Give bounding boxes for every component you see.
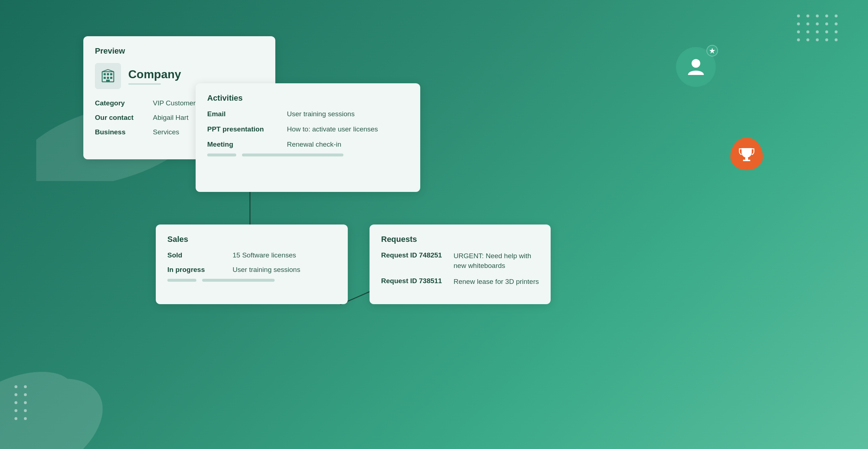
svg-rect-13	[106, 80, 110, 82]
svg-rect-18	[745, 158, 748, 160]
ppt-label: PPT presentation	[207, 125, 287, 133]
business-label: Business	[95, 128, 153, 136]
email-value: User training sessions	[287, 110, 409, 118]
swirl-decoration-left	[0, 304, 127, 449]
activities-grid: Email User training sessions PPT present…	[207, 110, 409, 148]
svg-point-16	[692, 59, 700, 68]
preview-card-title: Preview	[95, 46, 264, 56]
avatar-container	[676, 47, 716, 87]
star-icon	[709, 47, 715, 54]
category-label: Category	[95, 99, 153, 107]
sales-card-title: Sales	[167, 235, 336, 244]
request-id-1-value: URGENT: Need help with new whiteboards	[454, 251, 539, 270]
meeting-label: Meeting	[207, 140, 287, 148]
requests-card-title: Requests	[381, 235, 539, 244]
star-badge	[706, 45, 718, 56]
request-id-1-label: Request ID 748251	[381, 251, 454, 259]
svg-rect-9	[110, 73, 112, 75]
svg-rect-8	[107, 73, 109, 75]
dots-top-right	[797, 14, 839, 41]
activities-placeholder-bars	[207, 154, 409, 156]
sales-grid: Sold 15 Software licenses In progress Us…	[167, 251, 336, 274]
in-progress-label: In progress	[167, 266, 233, 274]
building-icon	[101, 69, 115, 83]
request-id-2-label: Request ID 738511	[381, 277, 454, 285]
main-scene: Preview Company	[0, 0, 868, 449]
person-icon	[685, 56, 707, 78]
company-name: Company	[128, 68, 181, 81]
request-id-2-value: Renew lease for 3D printers	[454, 277, 539, 287]
requests-card: Requests Request ID 748251 URGENT: Need …	[370, 224, 551, 304]
company-name-group: Company	[128, 68, 181, 85]
sales-bar-2	[202, 279, 275, 282]
contact-label: Our contact	[95, 114, 153, 122]
email-label: Email	[207, 110, 287, 118]
company-icon	[95, 63, 121, 89]
sold-label: Sold	[167, 251, 233, 259]
svg-marker-17	[709, 48, 715, 54]
trophy-icon	[738, 145, 755, 163]
svg-rect-10	[104, 77, 106, 79]
activities-card-title: Activities	[207, 93, 409, 103]
requests-grid: Request ID 748251 URGENT: Need help with…	[381, 251, 539, 287]
bar-1	[207, 154, 236, 156]
svg-rect-7	[104, 73, 106, 75]
ppt-value: How to: activate user licenses	[287, 125, 409, 133]
bar-2	[242, 154, 343, 156]
company-name-underline	[128, 83, 161, 85]
activities-card: Activities Email User training sessions …	[196, 83, 420, 192]
in-progress-value: User training sessions	[233, 266, 336, 274]
sales-card: Sales Sold 15 Software licenses In progr…	[156, 224, 348, 304]
sales-placeholder-bars	[167, 279, 336, 282]
sales-bar-1	[167, 279, 196, 282]
avatar-circle	[676, 47, 716, 87]
svg-rect-19	[743, 160, 750, 161]
sold-value: 15 Software licenses	[233, 251, 336, 259]
trophy-badge	[730, 138, 763, 170]
meeting-value: Renewal check-in	[287, 140, 409, 148]
svg-rect-11	[107, 77, 109, 79]
svg-rect-12	[110, 77, 112, 79]
